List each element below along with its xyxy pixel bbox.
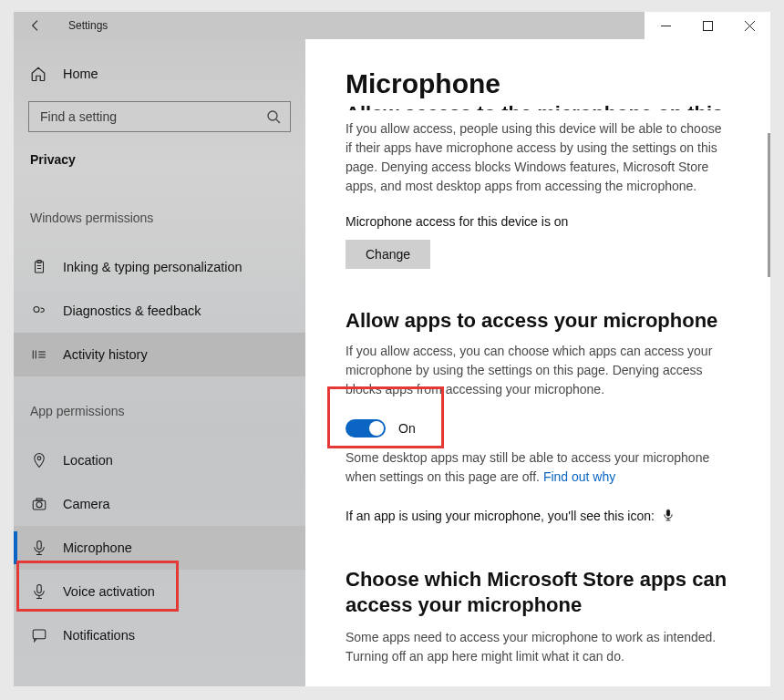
find-out-why-link[interactable]: Find out why: [543, 469, 615, 484]
svg-rect-19: [36, 499, 42, 500]
nav-label: Location: [63, 453, 113, 468]
home-nav[interactable]: Home: [14, 52, 305, 96]
location-icon: [30, 451, 48, 469]
nav-label: Inking & typing personalization: [63, 260, 242, 274]
change-button[interactable]: Change: [346, 240, 430, 269]
microphone-status-icon: [662, 508, 675, 527]
access-description: If you allow access, people using this d…: [346, 119, 730, 196]
usage-icon-note: If an app is using your microphone, you'…: [346, 507, 730, 527]
sidebar-item-notifications[interactable]: Notifications: [14, 613, 305, 657]
search-input[interactable]: [40, 109, 266, 124]
svg-rect-1: [703, 21, 712, 30]
feedback-icon: [30, 302, 48, 320]
store-apps-heading: Choose which Microsoft Store apps can ac…: [346, 567, 730, 619]
nav-label: Notifications: [63, 628, 135, 643]
back-button[interactable]: [14, 12, 57, 39]
sidebar-item-microphone[interactable]: Microphone: [14, 526, 305, 570]
search-icon: [266, 109, 281, 124]
notifications-icon: [30, 626, 48, 644]
content: Microphone Allow access to the microphon…: [305, 39, 770, 686]
svg-line-5: [276, 119, 280, 123]
allow-apps-toggle[interactable]: [346, 419, 386, 438]
svg-point-16: [37, 457, 41, 460]
access-status: Microphone access for this device is on: [346, 214, 730, 229]
settings-window: Settings Home: [14, 12, 770, 686]
section-windows-permissions: Windows permissions: [30, 211, 305, 225]
sidebar-item-inking[interactable]: Inking & typing personalization: [14, 245, 305, 289]
svg-rect-23: [37, 585, 42, 593]
sidebar-item-camera[interactable]: Camera: [14, 482, 305, 526]
svg-rect-20: [37, 541, 42, 550]
search-box[interactable]: [28, 101, 291, 132]
nav-label: Camera: [63, 497, 110, 511]
nav-label: Diagnostics & feedback: [63, 304, 201, 318]
store-apps-desc: Some apps need to access your microphone…: [346, 628, 730, 666]
page-title: Microphone: [346, 68, 730, 99]
maximize-button[interactable]: [686, 12, 728, 39]
home-icon: [30, 66, 48, 82]
sidebar-item-activity[interactable]: Activity history: [14, 333, 305, 376]
app-title: Settings: [68, 19, 108, 32]
scrollbar[interactable]: [768, 133, 770, 277]
nav-label: Voice activation: [63, 584, 155, 599]
sidebar-item-voice[interactable]: Voice activation: [14, 570, 305, 613]
svg-point-18: [36, 502, 42, 508]
allow-apps-toggle-row: On: [346, 419, 730, 438]
activity-icon: [30, 345, 48, 364]
sidebar-item-location[interactable]: Location: [14, 438, 305, 482]
nav-label: Activity history: [63, 347, 148, 362]
cutoff-heading: Allow access to the microphone on this d…: [346, 103, 730, 110]
home-label: Home: [63, 67, 98, 81]
voice-icon: [30, 582, 48, 601]
section-app-permissions: App permissions: [30, 404, 305, 418]
window-controls: [645, 12, 770, 39]
privacy-heading: Privacy: [30, 152, 305, 167]
camera-icon: [30, 495, 48, 513]
close-button[interactable]: [728, 12, 770, 39]
allow-apps-heading: Allow apps to access your microphone: [346, 309, 730, 333]
clipboard-icon: [30, 258, 48, 276]
sidebar-item-diagnostics[interactable]: Diagnostics & feedback: [14, 289, 305, 333]
svg-rect-26: [33, 630, 46, 639]
nav-label: Microphone: [63, 540, 132, 555]
desktop-apps-note: Some desktop apps may still be able to a…: [346, 448, 730, 487]
toggle-state-label: On: [398, 421, 416, 436]
svg-point-4: [268, 111, 277, 120]
minimize-button[interactable]: [645, 12, 686, 39]
titlebar: Settings: [14, 12, 770, 39]
allow-apps-desc: If you allow access, you can choose whic…: [346, 342, 730, 399]
svg-point-10: [34, 307, 39, 313]
svg-rect-27: [666, 510, 670, 516]
sidebar: Home Privacy Windows permissions Inking …: [14, 39, 305, 686]
microphone-icon: [30, 539, 48, 557]
